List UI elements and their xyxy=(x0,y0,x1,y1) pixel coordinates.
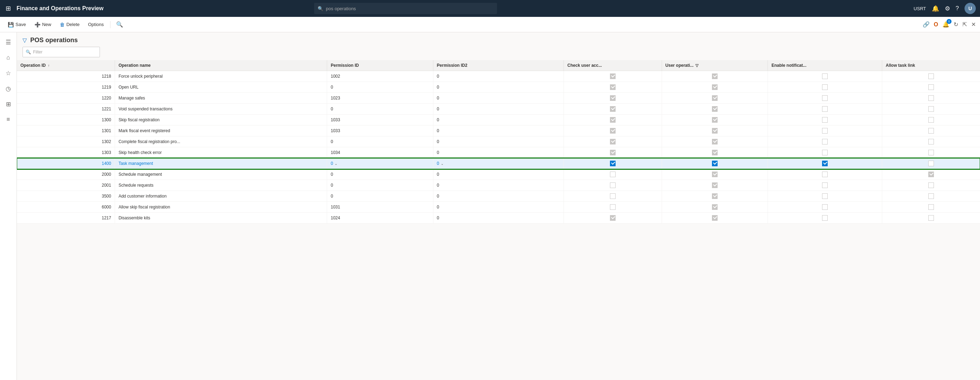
table-row[interactable]: 6000 Allow skip fiscal registration 1031… xyxy=(17,202,980,213)
checkbox-empty[interactable] xyxy=(928,215,934,221)
options-button[interactable]: Options xyxy=(84,20,107,29)
sidebar-item-home[interactable]: ⌂ xyxy=(2,51,16,65)
link-icon[interactable]: 🔗 xyxy=(923,21,930,28)
checkbox-grey[interactable] xyxy=(928,171,934,177)
checkbox-grey[interactable] xyxy=(610,215,616,221)
table-row[interactable]: 1218 Force unlock peripheral 1002 0 xyxy=(17,71,980,82)
col-header-user-operations[interactable]: User operati... ▽ xyxy=(662,60,768,71)
table-row[interactable]: 3500 Add customer information 0 0 xyxy=(17,191,980,202)
checkbox-empty[interactable] xyxy=(928,161,934,166)
table-row[interactable]: 1300 Skip fiscal registration 1033 0 xyxy=(17,115,980,125)
global-search-input[interactable] xyxy=(326,6,493,11)
checkbox-grey[interactable] xyxy=(712,171,718,177)
checkbox-grey[interactable] xyxy=(610,139,616,144)
col-header-permission-id[interactable]: Permission ID xyxy=(327,60,433,71)
table-row[interactable]: 1302 Complete fiscal registration pro...… xyxy=(17,136,980,147)
refresh-icon[interactable]: ↻ xyxy=(954,21,958,28)
checkbox-empty[interactable] xyxy=(822,150,828,155)
checkbox-empty[interactable] xyxy=(822,215,828,221)
checkbox-grey[interactable] xyxy=(712,106,718,112)
col-header-operation-id[interactable]: Operation ID ↑ xyxy=(17,60,115,71)
table-row[interactable]: 2001 Schedule requests 0 0 xyxy=(17,180,980,191)
checkbox-empty[interactable] xyxy=(610,193,616,199)
checkbox-empty[interactable] xyxy=(928,95,934,101)
col-header-enable-notifications[interactable]: Enable notificat... xyxy=(768,60,882,71)
checkbox-empty[interactable] xyxy=(928,139,934,144)
col-header-operation-name[interactable]: Operation name xyxy=(115,60,327,71)
table-row[interactable]: 1217 Disassemble kits 1024 0 xyxy=(17,213,980,223)
col-header-allow-task-link[interactable]: Allow task link xyxy=(882,60,980,71)
checkbox-grey[interactable] xyxy=(712,215,718,221)
dropdown-arrow[interactable]: ⌄ xyxy=(334,162,337,166)
cell-permission-id[interactable]: 0⌄ xyxy=(327,158,433,169)
sidebar-item-favorites[interactable]: ☆ xyxy=(2,66,16,80)
cell-permission-id2[interactable]: 0⌄ xyxy=(433,158,563,169)
checkbox-empty[interactable] xyxy=(822,128,828,134)
checkbox-empty[interactable] xyxy=(822,73,828,79)
app-grid-icon[interactable]: ⊞ xyxy=(4,3,12,14)
checkbox-grey[interactable] xyxy=(712,84,718,90)
checkbox-grey[interactable] xyxy=(610,117,616,123)
checkbox-grey[interactable] xyxy=(712,128,718,134)
checkbox-empty[interactable] xyxy=(822,84,828,90)
filter-input[interactable] xyxy=(33,49,97,54)
col-header-check-user[interactable]: Check user acc... xyxy=(564,60,662,71)
table-row[interactable]: 1303 Skip health check error 1034 0 xyxy=(17,147,980,158)
page-filter-icon[interactable]: ▽ xyxy=(22,37,27,44)
table-row[interactable]: 1220 Manage safes 1023 0 xyxy=(17,93,980,104)
new-button[interactable]: ➕ New xyxy=(31,20,55,29)
checkbox-empty[interactable] xyxy=(928,150,934,155)
checkbox-empty[interactable] xyxy=(928,182,934,188)
checkbox-empty[interactable] xyxy=(928,128,934,134)
open-in-new-icon[interactable]: ⇱ xyxy=(963,21,967,28)
table-row[interactable]: 1301 Mark fiscal event registered 1033 0 xyxy=(17,125,980,136)
checkbox-empty[interactable] xyxy=(610,171,616,177)
sidebar-item-recent[interactable]: ◷ xyxy=(2,82,16,96)
checkbox-grey[interactable] xyxy=(712,204,718,210)
checkbox-empty[interactable] xyxy=(928,84,934,90)
checkbox-empty[interactable] xyxy=(822,182,828,188)
settings-icon[interactable]: ⚙ xyxy=(945,5,950,12)
checkbox-grey[interactable] xyxy=(610,106,616,112)
sidebar-item-workspaces[interactable]: ⊞ xyxy=(2,97,16,111)
user-op-filter-icon[interactable]: ▽ xyxy=(695,63,698,68)
delete-button[interactable]: 🗑 Delete xyxy=(56,20,83,29)
checkbox-empty[interactable] xyxy=(822,117,828,123)
notification-badge[interactable]: 🔔 0 xyxy=(942,21,950,28)
checkbox-empty[interactable] xyxy=(822,204,828,210)
close-icon[interactable]: ✕ xyxy=(971,21,976,28)
checkbox-grey[interactable] xyxy=(712,73,718,79)
checkbox-empty[interactable] xyxy=(928,204,934,210)
office-icon[interactable]: O xyxy=(934,21,938,28)
checkbox-grey[interactable] xyxy=(610,84,616,90)
checkbox-grey[interactable] xyxy=(610,128,616,134)
col-header-permission-id2[interactable]: Permission ID2 xyxy=(433,60,563,71)
checkbox-empty[interactable] xyxy=(928,106,934,112)
checkbox-grey[interactable] xyxy=(712,182,718,188)
checkbox-empty[interactable] xyxy=(610,204,616,210)
checkbox-grey[interactable] xyxy=(610,150,616,155)
checkbox-checked[interactable] xyxy=(712,161,718,166)
dropdown-arrow[interactable]: ⌄ xyxy=(441,162,444,166)
sidebar-item-modules[interactable]: ≡ xyxy=(2,112,16,127)
filter-input-wrapper[interactable]: 🔍 xyxy=(22,47,100,57)
notifications-icon[interactable]: 🔔 xyxy=(932,5,939,12)
checkbox-empty[interactable] xyxy=(822,95,828,101)
global-search-bar[interactable]: 🔍 xyxy=(314,3,497,14)
checkbox-grey[interactable] xyxy=(610,95,616,101)
checkbox-empty[interactable] xyxy=(928,117,934,123)
avatar[interactable]: U xyxy=(964,3,976,14)
checkbox-empty[interactable] xyxy=(822,171,828,177)
checkbox-grey[interactable] xyxy=(610,73,616,79)
checkbox-grey[interactable] xyxy=(712,117,718,123)
table-row[interactable]: 1400 Task management 0⌄ 0⌄ xyxy=(17,158,980,169)
checkbox-empty[interactable] xyxy=(822,139,828,144)
checkbox-empty[interactable] xyxy=(928,73,934,79)
checkbox-checked[interactable] xyxy=(610,161,616,166)
checkbox-grey[interactable] xyxy=(712,95,718,101)
checkbox-empty[interactable] xyxy=(822,106,828,112)
checkbox-empty[interactable] xyxy=(610,182,616,188)
table-row[interactable]: 1219 Open URL 0 0 xyxy=(17,82,980,93)
table-row[interactable]: 1221 Void suspended transactions 0 0 xyxy=(17,104,980,115)
checkbox-checked[interactable] xyxy=(822,161,828,166)
